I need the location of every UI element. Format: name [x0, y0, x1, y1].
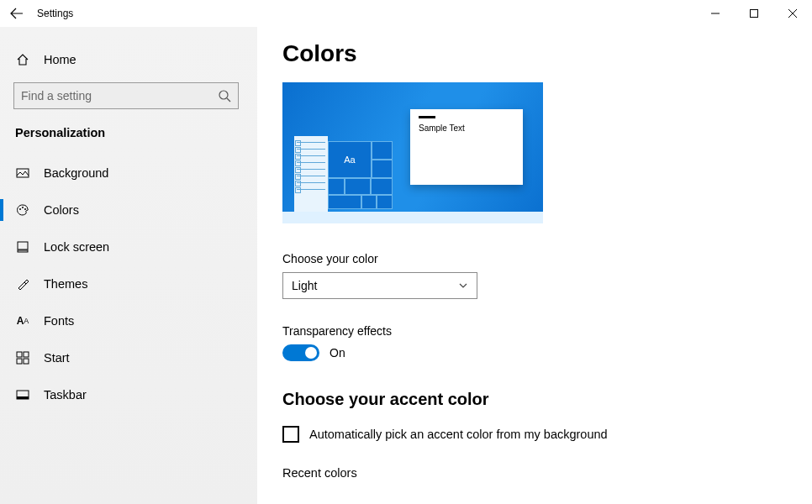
sidebar-item-label: Colors — [44, 203, 79, 217]
auto-accent-checkbox[interactable] — [282, 426, 299, 443]
maximize-icon — [750, 9, 758, 18]
transparency-label: Transparency effects — [282, 324, 787, 338]
transparency-state: On — [330, 346, 345, 360]
start-icon — [15, 351, 30, 365]
svg-point-5 — [24, 208, 26, 210]
sidebar-home-label: Home — [44, 53, 76, 66]
maximize-button[interactable] — [735, 0, 773, 27]
titlebar: Settings — [0, 0, 812, 27]
sidebar-item-themes[interactable]: Themes — [0, 265, 257, 302]
choose-color-dropdown[interactable]: Light — [282, 272, 477, 299]
sidebar-item-label: Lock screen — [44, 240, 109, 254]
svg-rect-7 — [18, 250, 28, 252]
close-button[interactable] — [773, 0, 812, 27]
preview-tile-aa: Aa — [328, 141, 372, 178]
minimize-button[interactable] — [696, 0, 735, 27]
svg-rect-10 — [17, 359, 22, 364]
lockscreen-icon — [15, 240, 30, 254]
preview-start-tiles: Aa — [328, 141, 393, 212]
search-icon — [218, 89, 231, 102]
close-icon — [788, 9, 797, 18]
image-icon — [15, 166, 30, 180]
accent-heading: Choose your accent color — [282, 390, 787, 409]
themes-icon — [15, 277, 30, 291]
sidebar-item-label: Fonts — [44, 314, 74, 328]
choose-color-value: Light — [292, 279, 317, 292]
transparency-toggle[interactable] — [282, 344, 319, 361]
sidebar: Home Personalization Background Colors L… — [0, 27, 257, 504]
color-preview: Sample Text Aa — [282, 82, 543, 223]
page-title: Colors — [282, 40, 787, 67]
svg-rect-9 — [24, 352, 29, 357]
sidebar-category: Personalization — [0, 121, 257, 155]
sidebar-item-background[interactable]: Background — [0, 155, 257, 192]
sidebar-item-label: Start — [44, 351, 70, 365]
sidebar-item-label: Themes — [44, 277, 87, 291]
sidebar-home[interactable]: Home — [0, 44, 257, 76]
arrow-left-icon — [10, 7, 24, 20]
fonts-icon: AA — [15, 315, 30, 327]
svg-rect-0 — [751, 10, 758, 18]
svg-point-3 — [19, 208, 21, 210]
preview-sample-text: Sample Text — [419, 123, 514, 133]
auto-accent-label: Automatically pick an accent color from … — [309, 428, 608, 441]
preview-start-list — [294, 136, 328, 212]
svg-rect-8 — [17, 352, 22, 357]
svg-rect-6 — [18, 242, 28, 249]
window-controls — [696, 0, 812, 27]
sidebar-nav: Background Colors Lock screen Themes AA … — [0, 155, 257, 413]
sidebar-item-colors[interactable]: Colors — [0, 192, 257, 228]
preview-window: Sample Text — [410, 109, 523, 185]
sidebar-item-label: Taskbar — [44, 388, 87, 402]
choose-color-label: Choose your color — [282, 252, 787, 265]
sidebar-item-fonts[interactable]: AA Fonts — [0, 302, 257, 339]
sidebar-item-taskbar[interactable]: Taskbar — [0, 376, 257, 413]
svg-rect-11 — [24, 359, 29, 364]
main-content: Colors Sample Text Aa Choose your color … — [257, 27, 812, 504]
sidebar-item-start[interactable]: Start — [0, 339, 257, 376]
taskbar-icon — [15, 388, 30, 402]
sidebar-item-lockscreen[interactable]: Lock screen — [0, 228, 257, 265]
search-input[interactable] — [21, 89, 218, 102]
palette-icon — [15, 203, 30, 217]
search-box[interactable] — [13, 82, 239, 109]
back-button[interactable] — [0, 0, 34, 27]
home-icon — [15, 53, 30, 66]
sidebar-item-label: Background — [44, 166, 108, 180]
preview-taskbar — [282, 212, 543, 223]
preview-window-bar — [419, 116, 435, 118]
svg-rect-13 — [17, 396, 29, 399]
minimize-icon — [711, 9, 720, 18]
recent-colors-heading: Recent colors — [282, 466, 787, 480]
svg-point-1 — [219, 91, 228, 99]
app-title: Settings — [34, 8, 73, 19]
svg-point-4 — [22, 207, 24, 208]
chevron-down-icon — [458, 281, 468, 291]
